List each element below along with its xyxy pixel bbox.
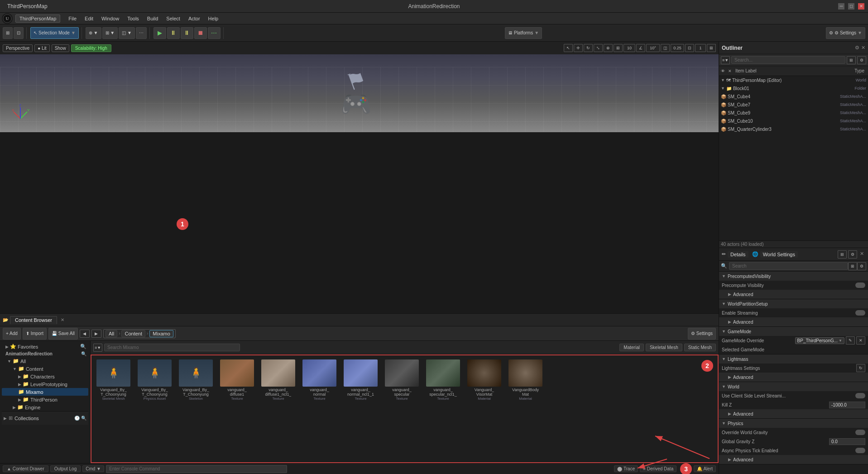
viewport-container[interactable]: Perspective ● Lit Show Scalability: High… (0, 42, 719, 313)
nav-back-icon[interactable]: ◀ (80, 330, 90, 338)
menu-actor[interactable]: Actor (185, 15, 204, 22)
asset-specular-ncl[interactable]: vanguard_specular_ncl1_ Texture (424, 358, 462, 460)
details-search-input[interactable] (729, 262, 848, 270)
asset-vanguard-skeleton[interactable]: 🧍 Vanguard_By_T_Choonyung Skeleton (177, 358, 215, 460)
characters-tree-item[interactable]: ▶ 📁 Characters (2, 373, 88, 380)
outliner-filter-icon[interactable]: ≡▼ (721, 56, 730, 64)
grid-icon[interactable]: ⊞ (614, 44, 623, 52)
favorites-item[interactable]: ▶ ⭐ Favorites 🔍 (2, 343, 88, 350)
viewport-layout-button[interactable]: ⊡ (14, 27, 24, 39)
close-button[interactable]: ✕ (858, 3, 864, 10)
asset-diffuse1-ncl[interactable]: vanguard_diffuse1_ncl1_ Texture (259, 358, 297, 460)
perspective-button[interactable]: Perspective (3, 44, 33, 52)
precomputed-visibility-header[interactable]: ▼ PrecomputedVisibility (719, 272, 868, 281)
viewport[interactable]: Perspective ● Lit Show Scalability: High… (0, 42, 719, 132)
menu-window[interactable]: Window (98, 15, 123, 22)
outliner-close-icon[interactable]: ✕ (861, 45, 865, 51)
precompute-toggle[interactable] (855, 282, 865, 288)
mixamo-tree-item[interactable]: 📁 Mixamo (2, 388, 88, 396)
client-side-toggle[interactable] (855, 393, 865, 398)
menu-tools[interactable]: Tools (124, 15, 143, 22)
asset-bodymat[interactable]: VanguardBodyMat Material (506, 358, 545, 460)
type-col[interactable]: Type (830, 68, 866, 73)
minimize-button[interactable]: ─ (838, 3, 844, 10)
collections-search-icon[interactable]: 🔍 (81, 416, 86, 421)
outliner-row-cube9[interactable]: 📦 SM_Cube9 StaticMeshA... (719, 109, 868, 117)
cb-settings-button[interactable]: ⚙ Settings (688, 328, 716, 340)
selection-mode-button[interactable]: ↖ Selection Mode ▼ (30, 27, 79, 39)
camera-speed[interactable]: ◫ (661, 44, 670, 52)
content-drawer-button[interactable]: ▲ Content Drawer (3, 465, 48, 472)
import-button[interactable]: ⬆ Import (23, 328, 47, 340)
project-tab[interactable]: ThirdPersonMap (15, 14, 60, 23)
content-browser-tab[interactable]: Content Browser (10, 316, 57, 324)
maximize-button[interactable]: □ (848, 3, 854, 10)
grid-value[interactable]: 10 (623, 44, 635, 52)
lightmass-refresh-icon[interactable]: ↻ (856, 364, 865, 372)
streaming-toggle[interactable] (855, 310, 865, 316)
scale-icon[interactable]: ⤡ (594, 44, 603, 52)
rotate-icon[interactable]: ↻ (584, 44, 593, 52)
asset-normal-ncl[interactable]: vanguard_normal_ncl1_1 Texture (341, 358, 380, 460)
static-mesh-filter-button[interactable]: Static Mesh (684, 344, 716, 351)
pv-toggle[interactable] (794, 282, 866, 288)
console-input[interactable] (106, 465, 287, 473)
skeletal-mesh-filter-button[interactable]: Skeletal Mesh (646, 344, 682, 351)
asset-vanguard-skeletal[interactable]: 🧍 Vanguard_By_T_Choonyung Skeletal Mesh (94, 358, 133, 460)
gmo-clear-icon[interactable]: ✕ (856, 336, 865, 345)
details-gear-icon[interactable]: ⚙ (848, 250, 857, 259)
pause-button[interactable]: ⏸ (181, 27, 193, 39)
maximize-view-icon[interactable]: 1 (695, 44, 706, 52)
animation-redirection-item[interactable]: 🔍 AnimationRedirection 🔍 (2, 350, 88, 357)
filter-options-icon[interactable]: ≡▼ (93, 344, 102, 352)
breadcrumb-mixamo[interactable]: Mixamo (149, 330, 173, 337)
outliner-grid-icon[interactable]: ⊞ (847, 56, 856, 64)
global-gravity-input[interactable] (829, 438, 865, 445)
transform-button[interactable]: ⊕ ▼ (86, 27, 101, 39)
gmo-edit-icon[interactable]: ✎ (846, 336, 855, 345)
snap-button[interactable]: ⊞ ▼ (102, 27, 118, 39)
select-tool-icon[interactable]: ↖ (564, 44, 573, 52)
physics-header[interactable]: ▼ Physics (719, 419, 868, 428)
engine-tree-item[interactable]: ▶ 📁 Engine (2, 403, 88, 411)
cinematic-icon[interactable]: ⊞ (707, 44, 716, 52)
details-close-icon[interactable]: ✕ (858, 250, 865, 259)
content-browser-close[interactable]: ✕ (61, 317, 64, 322)
menu-edit[interactable]: Edit (81, 15, 97, 22)
kz-value[interactable] (794, 402, 866, 408)
window-controls[interactable]: ─ □ ✕ (838, 3, 864, 10)
ar-search-icon2[interactable]: 🔍 (81, 351, 86, 356)
kill-z-input[interactable] (829, 402, 865, 408)
gg-value[interactable] (794, 438, 866, 445)
css-toggle[interactable] (794, 393, 866, 398)
pv-advanced-header[interactable]: ▶ Advanced (719, 290, 868, 299)
camera-speed-button[interactable]: ◫ ▼ (119, 27, 135, 39)
stop-button[interactable]: ⏹ (194, 27, 207, 39)
collections-clock-icon[interactable]: 🕐 (74, 416, 80, 421)
outliner-row-cube4[interactable]: 📦 SM_Cube4 StaticMeshA... (719, 92, 868, 101)
show-button[interactable]: Show (52, 44, 69, 52)
search-mixamo-input[interactable] (104, 344, 240, 351)
eject-button[interactable]: ⋯ (208, 27, 221, 39)
gmo-dropdown[interactable]: BP_ThirdPersonG... ▼ (795, 337, 844, 344)
ap-toggle[interactable] (794, 448, 866, 453)
details-world-settings-label[interactable]: World Settings (760, 251, 798, 258)
details-title[interactable]: Details (728, 251, 748, 258)
asset-normal[interactable]: vanguard_normal Texture (300, 358, 339, 460)
breadcrumb-all[interactable]: All (106, 330, 117, 337)
asset-specular[interactable]: vanguard_specular Texture (383, 358, 421, 460)
lms-refresh-icon[interactable]: ↻ (794, 364, 866, 372)
og-toggle[interactable] (794, 430, 866, 435)
alert-button[interactable]: 🔔 Alert (694, 465, 716, 472)
details-grid-view-icon[interactable]: ⊞ (838, 250, 847, 259)
outliner-gear-icon[interactable]: ⚙ (857, 56, 866, 64)
lm-advanced-header[interactable]: ▶ Advanced (719, 373, 868, 382)
details-settings-icon[interactable]: ⚙ (857, 262, 866, 270)
nav-forward-icon[interactable]: ▶ (91, 330, 101, 338)
level-proto-tree-item[interactable]: ▶ 📁 LevelPrototyping (2, 380, 88, 388)
third-person-tree-item[interactable]: ▶ 📁 ThirdPerson (2, 396, 88, 403)
world-icon[interactable]: ⊕ (604, 44, 613, 52)
asset-diffuse1[interactable]: vanguard_diffuse1 Texture (218, 358, 256, 460)
output-log-button[interactable]: Output Log (50, 465, 81, 472)
breadcrumb-content[interactable]: Content (121, 330, 145, 337)
